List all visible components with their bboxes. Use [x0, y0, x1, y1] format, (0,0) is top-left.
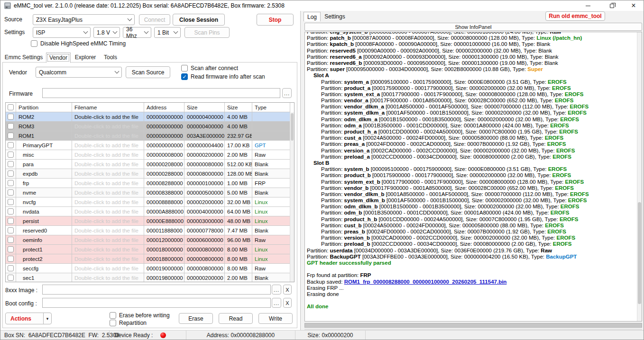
- erase-before-writing-checkbox[interactable]: [110, 312, 116, 319]
- firmware-browse-button[interactable]: ...: [282, 88, 292, 98]
- close-button[interactable]: ×: [626, 0, 642, 11]
- partition-size-human: 5.00 MB: [225, 188, 252, 197]
- voltage-select[interactable]: 1.8 V: [93, 27, 120, 38]
- row-checkbox[interactable]: [8, 123, 14, 129]
- table-row[interactable]: ROM2Double-click to add the file00000000…: [6, 112, 294, 122]
- table-scrollbar[interactable]: [290, 112, 294, 282]
- table-row[interactable]: miscDouble-click to add the file00000000…: [6, 150, 294, 160]
- filename-placeholder: Double-click to add the file: [72, 179, 144, 188]
- log-line: Partition: version_b [0002CAD00000 - 000…: [307, 235, 636, 241]
- vendor-select[interactable]: Qualcomm: [36, 67, 122, 78]
- tab-log[interactable]: Log: [304, 12, 321, 21]
- row-checkbox[interactable]: [8, 246, 14, 252]
- scan-after-connect-row: Scan after connect: [181, 65, 238, 72]
- log-output[interactable]: Partition: chg_system_b [000086200000 - …: [304, 32, 642, 322]
- boot-config-input[interactable]: [42, 298, 271, 308]
- row-checkbox[interactable]: [8, 237, 14, 243]
- scan-pins-button[interactable]: Scan Pins: [184, 27, 230, 38]
- tab-explorer[interactable]: Explorer: [72, 53, 99, 62]
- log-scrollbar-thumb[interactable]: [638, 202, 641, 304]
- firmware-input[interactable]: [42, 88, 280, 98]
- image8xxx-clear-button[interactable]: X: [283, 285, 292, 295]
- actions-button[interactable]: Actions ▾: [5, 313, 52, 324]
- row-checkbox[interactable]: [8, 114, 14, 120]
- erase-button[interactable]: Erase: [179, 313, 213, 324]
- actions-dropdown-arrow[interactable]: ▾: [43, 313, 51, 324]
- log-line: Partition: preload_a [0002CCD00000 - 000…: [307, 154, 636, 160]
- table-row[interactable]: seccfgDouble-click to add the file000019…: [6, 264, 294, 273]
- row-checkbox[interactable]: [8, 170, 14, 177]
- log-horizontal-scrollbar[interactable]: [304, 323, 642, 328]
- table-scrollbar-thumb[interactable]: [291, 113, 294, 141]
- scan-source-button[interactable]: Scan Source: [126, 66, 170, 78]
- row-checkbox[interactable]: [8, 208, 14, 215]
- table-row[interactable]: protect1Double-click to add the file0000…: [6, 245, 294, 254]
- table-row[interactable]: nvdataDouble-click to add the file00000A…: [6, 207, 294, 216]
- table-row[interactable]: protect2Double-click to add the file0000…: [6, 254, 294, 264]
- row-checkbox[interactable]: [8, 199, 14, 205]
- boot-config-clear-button[interactable]: X: [283, 298, 292, 308]
- connect-button[interactable]: Connect: [139, 14, 170, 25]
- filename-placeholder: Double-click to add the file: [72, 273, 144, 282]
- image8xxx-input[interactable]: [42, 285, 271, 295]
- select-all-checkbox[interactable]: [8, 104, 14, 110]
- read-button[interactable]: Read: [219, 313, 253, 324]
- partition-name: ROM2: [16, 112, 72, 122]
- partition-type: [252, 122, 290, 131]
- bus-width-select[interactable]: 1 Bit: [154, 27, 181, 38]
- row-checkbox[interactable]: [8, 161, 14, 167]
- backup-file-link[interactable]: ROM1_frp_000008288000_000000100000_20260…: [344, 279, 507, 285]
- row-checkbox[interactable]: [8, 142, 14, 148]
- write-button[interactable]: Write: [258, 313, 293, 324]
- highspeed-checkbox[interactable]: [31, 40, 37, 47]
- table-row[interactable]: expdbDouble-click to add the file0000002…: [6, 169, 294, 179]
- partition-type: FRP: [252, 179, 290, 188]
- table-row[interactable]: ROM1Double-click to add the file00000000…: [6, 131, 294, 141]
- minimize-button[interactable]: [580, 0, 596, 11]
- table-row[interactable]: PrimaryGPTDouble-click to add the file00…: [6, 141, 294, 150]
- table-row[interactable]: paraDouble-click to add the file00000020…: [6, 160, 294, 169]
- run-old-emmc-tool-button[interactable]: Run old emmc_tool: [545, 11, 605, 21]
- log-panel: Log Settings Run old emmc_tool Show Info…: [300, 11, 644, 331]
- table-row[interactable]: sec1Double-click to add the file00001980…: [6, 273, 294, 282]
- stop-button[interactable]: Stop: [257, 14, 294, 26]
- row-checkbox[interactable]: [8, 189, 14, 196]
- tab-log-settings[interactable]: Settings: [322, 12, 348, 21]
- row-checkbox[interactable]: [8, 152, 14, 158]
- tab-emmc-settings[interactable]: Emmc Settings: [2, 53, 45, 62]
- app-window: eMMC_tool ver. 2.1.0.0 (release date: 01…: [0, 0, 644, 340]
- partition-type: Linux: [252, 207, 290, 216]
- row-checkbox[interactable]: [8, 275, 14, 281]
- table-row[interactable]: persistDouble-click to add the file00000…: [6, 216, 294, 226]
- log-scrollbar[interactable]: [637, 32, 642, 321]
- table-row[interactable]: nvmeDouble-click to add the file00000838…: [6, 188, 294, 197]
- table-row[interactable]: nvcfgDouble-click to add the file0000088…: [6, 197, 294, 207]
- log-line: Partition: super [000095000000 - 00034D0…: [307, 66, 636, 72]
- read-fw-info-checkbox[interactable]: ✓: [181, 73, 188, 80]
- image8xxx-browse-button[interactable]: ...: [272, 285, 281, 295]
- partition-name: protect1: [16, 245, 72, 254]
- row-checkbox[interactable]: [8, 133, 14, 139]
- restore-button[interactable]: [604, 0, 620, 11]
- boot-config-browse-button[interactable]: ...: [272, 298, 281, 308]
- table-row[interactable]: frpDouble-click to add the file000008288…: [6, 179, 294, 188]
- row-checkbox[interactable]: [8, 256, 14, 262]
- row-checkbox[interactable]: [8, 265, 14, 271]
- repartition-checkbox[interactable]: [110, 320, 116, 326]
- row-checkbox[interactable]: [8, 180, 14, 186]
- tab-vendor[interactable]: Vendor: [46, 53, 71, 63]
- table-row[interactable]: reserved0Double-click to add the file000…: [6, 226, 294, 235]
- partition-name: PrimaryGPT: [16, 141, 72, 150]
- scan-after-connect-checkbox[interactable]: [181, 65, 188, 72]
- partition-address: 000019800000: [144, 273, 184, 282]
- table-row[interactable]: ROM3Double-click to add the file00000000…: [6, 122, 294, 131]
- row-checkbox[interactable]: [8, 227, 14, 233]
- frequency-select[interactable]: 36 Mhz: [123, 27, 151, 38]
- tab-tools[interactable]: Tools: [100, 53, 121, 62]
- show-infopanel-button[interactable]: Show InfoPanel: [304, 23, 642, 31]
- interface-select[interactable]: ISP: [33, 27, 91, 38]
- row-checkbox[interactable]: [8, 218, 14, 224]
- close-session-button[interactable]: Close Session: [173, 14, 225, 26]
- source-select[interactable]: Z3X EasyJtagPlus: [33, 14, 135, 25]
- table-row[interactable]: oeminfoDouble-click to add the file00001…: [6, 235, 294, 245]
